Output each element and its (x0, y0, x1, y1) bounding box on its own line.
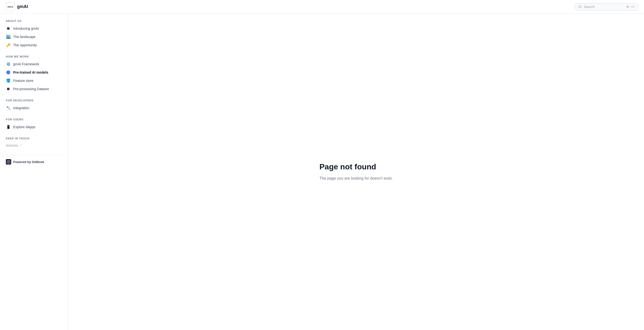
logo-text: gmAI (17, 4, 28, 9)
sidebar: ABOUT US Introducing gmAI 🏙️ The landsca… (0, 14, 68, 330)
sidebar-item-integration[interactable]: 🔧 Integration (0, 104, 68, 112)
sidebar-item-dapps[interactable]: 📱 Explore dApps (0, 123, 68, 131)
opportunity-icon: 🔑 (6, 43, 11, 48)
sidebar-item-opportunity[interactable]: 🔑 The opportunity (0, 41, 68, 49)
sidebar-section-title-about-us: ABOUT US (0, 20, 68, 23)
main-content: Page not found The page you are looking … (68, 14, 644, 330)
sidebar-item-landscape[interactable]: 🏙️ The landscape (0, 33, 68, 41)
square-icon (6, 26, 11, 31)
sidebar-section-title-keep-in-touch: KEEP IN TOUCH (0, 137, 68, 140)
search-bar[interactable]: Search ⌘ + K (575, 3, 638, 11)
sidebar-item-feature-store[interactable]: 🪣 Feature store (0, 77, 68, 85)
svg-point-2 (8, 161, 9, 162)
search-placeholder: Search (584, 5, 624, 9)
sidebar-section-title-for-developers: FOR DEVELOPERS (0, 99, 68, 102)
sidebar-section-title-for-users: FOR USERS (0, 118, 68, 121)
not-found-description: The page you are looking for doesn't exi… (319, 175, 393, 182)
sidebar-item-label-framework: gmAI Framework (13, 62, 39, 66)
gitbook-label: Powered by GitBook (13, 160, 44, 164)
logo-badge: GM.AI (6, 3, 14, 11)
sidebar-item-label-preprocessing: Pre-processing Dataset (13, 87, 49, 91)
not-found-container: Page not found The page you are looking … (319, 162, 393, 182)
sidebar-item-label-dapps: Explore dApps (13, 125, 35, 129)
sidebar-item-label-introducing: Introducing gmAI (13, 27, 39, 31)
feature-store-icon: 🪣 (6, 78, 11, 83)
website-label: Website (6, 144, 18, 147)
sidebar-item-introducing[interactable]: Introducing gmAI (0, 24, 68, 33)
layout: ABOUT US Introducing gmAI 🏙️ The landsca… (0, 14, 644, 330)
gitbook-icon (6, 159, 11, 165)
sidebar-item-preprocessing[interactable]: Pre-processing Dataset (0, 85, 68, 93)
sidebar-section-about-us: ABOUT US Introducing gmAI 🏙️ The landsca… (0, 20, 68, 49)
sidebar-item-label-integration: Integration (13, 106, 29, 110)
sidebar-item-framework[interactable]: ⚙️ gmAI Framework (0, 60, 68, 68)
sidebar-item-label-pretrained: Pre-trained AI models (13, 71, 48, 74)
sidebar-footer: Powered by GitBook (0, 155, 68, 168)
sidebar-item-label-landscape: The landscape (13, 35, 36, 39)
integration-icon: 🔧 (6, 106, 11, 110)
sidebar-section-keep-in-touch: KEEP IN TOUCH Website ↗ (0, 137, 68, 149)
sidebar-section-for-developers: FOR DEVELOPERS 🔧 Integration (0, 99, 68, 112)
svg-point-0 (579, 5, 581, 8)
sidebar-section-title-how-we-work: HOW WE WORK (0, 55, 68, 58)
framework-icon: ⚙️ (6, 62, 11, 67)
sidebar-section-how-we-work: HOW WE WORK ⚙️ gmAI Framework Pre-traine… (0, 55, 68, 93)
pretrained-icon (6, 70, 11, 75)
logo-link[interactable]: GM.AI gmAI (6, 3, 28, 11)
sidebar-item-pretrained[interactable]: Pre-trained AI models (0, 68, 68, 77)
search-icon (578, 5, 582, 9)
sidebar-item-label-opportunity: The opportunity (13, 43, 37, 47)
landscape-icon: 🏙️ (6, 34, 11, 39)
external-link-icon: ↗ (20, 144, 22, 147)
header: GM.AI gmAI Search ⌘ + K (0, 0, 644, 14)
sidebar-item-label-feature-store: Feature store (13, 79, 33, 83)
sidebar-item-website[interactable]: Website ↗ (0, 142, 68, 149)
search-shortcut: ⌘ + K (626, 5, 634, 9)
preprocessing-icon (6, 87, 11, 91)
sidebar-section-for-users: FOR USERS 📱 Explore dApps (0, 118, 68, 131)
not-found-title: Page not found (319, 162, 393, 171)
dapps-icon: 📱 (6, 125, 11, 129)
